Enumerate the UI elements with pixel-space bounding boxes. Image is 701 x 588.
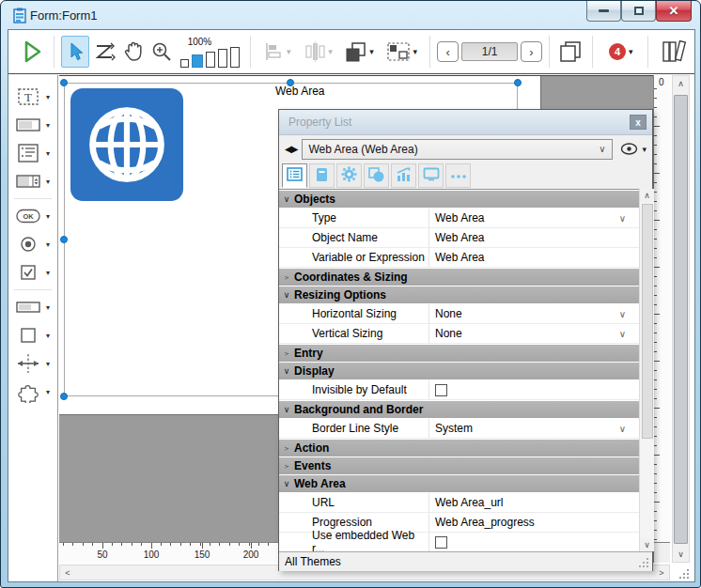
scroll-up-button[interactable]: ∧ (673, 76, 689, 91)
previous-page-button[interactable]: ‹ (437, 41, 459, 62)
selection-handle-bottom-left[interactable] (60, 393, 68, 400)
property-tab-screen[interactable] (418, 163, 444, 188)
property-tab-chart[interactable] (391, 163, 416, 188)
property-list-scrollbar[interactable]: ∧ ∨ (639, 189, 654, 551)
property-value[interactable]: Web Area (429, 251, 484, 264)
chevron-down-icon[interactable]: ∨ (619, 329, 626, 339)
eye-icon[interactable] (620, 143, 638, 155)
zoom-bar-4[interactable] (218, 49, 227, 68)
zoom-level-control[interactable]: 100% (180, 37, 240, 68)
dropdown-arrow-icon[interactable]: ▾ (46, 269, 50, 277)
property-list-titlebar[interactable]: Property List x (279, 110, 652, 135)
eye-dropdown-arrow-icon[interactable]: ▾ (642, 145, 646, 154)
hand-tool-button[interactable] (118, 36, 148, 68)
chevron-down-icon[interactable]: ∨ (619, 213, 626, 224)
scroll-down-button[interactable]: ∨ (673, 547, 689, 562)
panel-resize-grip[interactable] (638, 557, 649, 568)
section-header-web-area[interactable]: ∨Web Area (279, 475, 639, 492)
property-tab-gear[interactable] (336, 163, 362, 188)
scroll-up-button[interactable]: ∧ (640, 189, 654, 202)
zoom-bars[interactable] (180, 47, 240, 68)
property-tab-list[interactable] (282, 163, 307, 188)
zoom-bar-2-active[interactable] (192, 54, 203, 68)
vertical-scrollbar[interactable]: ∧ ∨ (672, 75, 690, 563)
distribute-menu-button[interactable]: ▾ (297, 36, 338, 68)
object-selector-dropdown[interactable]: Web Area (Web Area) ∨ (302, 139, 613, 160)
next-page-button[interactable]: › (521, 41, 542, 62)
dropdown-arrow-icon[interactable]: ▾ (46, 212, 50, 221)
scroll-left-button[interactable]: < (60, 565, 75, 580)
stepper-tool-button[interactable]: ▾ (8, 167, 57, 195)
property-tab-shapes[interactable] (364, 163, 389, 188)
pointer-tool-button[interactable] (61, 36, 90, 68)
button-tool-button[interactable]: OK▾ (8, 202, 57, 230)
form-pages-button[interactable] (556, 36, 585, 68)
selection-handle-top-middle[interactable] (287, 79, 294, 86)
property-list-close-button[interactable]: x (630, 115, 646, 130)
group-box-tool-button[interactable]: ▾ (8, 293, 57, 321)
section-header-resizing-options[interactable]: ∨Resizing Options (279, 286, 639, 303)
text-tool-button[interactable]: T▾ (8, 83, 57, 111)
align-menu-button[interactable]: ▾ (257, 36, 297, 68)
close-button[interactable]: ✕ (656, 1, 692, 22)
selection-handle-top-left[interactable] (60, 79, 68, 86)
scroll-down-button[interactable]: ∨ (640, 538, 654, 551)
property-value[interactable]: Web Area (429, 211, 484, 224)
scroll-right-button[interactable]: > (654, 565, 669, 580)
execute-form-button[interactable] (18, 36, 47, 68)
vertical-scrollbar-thumb[interactable] (674, 95, 688, 544)
dropdown-arrow-icon[interactable]: ▾ (46, 360, 50, 368)
splitter-tool-button[interactable]: ▾ (8, 349, 57, 378)
library-button[interactable] (655, 36, 694, 68)
property-value[interactable]: Web Area_url (429, 496, 504, 509)
section-header-entry[interactable]: ＞Entry (279, 345, 639, 362)
property-value[interactable]: None (429, 307, 462, 320)
dropdown-arrow-icon[interactable]: ▾ (46, 303, 50, 312)
dropdown-arrow-icon[interactable]: ▾ (46, 388, 50, 396)
property-value[interactable]: Web Area_progress (429, 516, 535, 529)
chevron-down-icon[interactable]: ∨ (619, 309, 626, 319)
dropdown-arrow-icon[interactable]: ▾ (46, 121, 50, 130)
dropdown-arrow-icon[interactable]: ▾ (46, 149, 50, 158)
chevron-down-icon[interactable]: ∨ (619, 424, 626, 434)
dropdown-arrow-icon[interactable]: ▾ (46, 93, 50, 101)
zoom-tool-button[interactable] (148, 36, 177, 68)
checkbox-use-embedded-web-r[interactable] (435, 536, 447, 549)
property-value[interactable]: System (429, 422, 473, 435)
selection-handle-middle-left[interactable] (60, 236, 68, 243)
section-header-coordinates-sizing[interactable]: ＞Coordinates & Sizing (279, 269, 639, 286)
selection-handle-top-right[interactable] (514, 79, 522, 86)
property-tab-form[interactable] (309, 163, 335, 188)
database-events-menu-button[interactable]: 4 ▾ (600, 36, 641, 68)
list-box-tool-button[interactable]: ▾ (8, 139, 57, 167)
zoom-bar-1[interactable] (180, 59, 189, 68)
rectangle-tool-button[interactable]: ▾ (8, 321, 57, 349)
maximize-button[interactable] (621, 1, 656, 22)
property-list-scrollbar-thumb[interactable] (642, 204, 653, 439)
section-header-events[interactable]: ＞Events (279, 457, 639, 474)
title-bar[interactable]: Form:Form1 ✕ (1, 1, 700, 29)
radio-button-tool-button[interactable]: ▾ (8, 230, 57, 258)
zoom-bar-5[interactable] (230, 47, 240, 68)
dropdown-arrow-icon[interactable]: ▾ (46, 178, 50, 186)
object-prev-next-arrows[interactable]: ◀▶ (285, 144, 297, 154)
property-tab-more[interactable] (445, 163, 471, 188)
property-value[interactable]: None (429, 327, 462, 340)
plugin-tool-button[interactable]: ▾ (8, 378, 57, 406)
position-menu-button[interactable]: ▾ (380, 36, 423, 68)
input-tool-button[interactable]: ▾ (8, 111, 57, 139)
zoom-bar-3[interactable] (206, 52, 215, 68)
property-value[interactable]: Web Area (429, 231, 484, 244)
dropdown-arrow-icon[interactable]: ▾ (46, 240, 50, 249)
polyline-tool-button[interactable] (89, 36, 118, 68)
layer-menu-button[interactable]: ▾ (338, 36, 380, 68)
dropdown-arrow-icon[interactable]: ▾ (46, 332, 50, 340)
window-resize-grip[interactable] (674, 565, 691, 580)
section-header-background-and-border[interactable]: ∨Background and Border (279, 401, 639, 418)
section-header-action[interactable]: ＞Action (279, 440, 639, 456)
checkbox-invisible-by-default[interactable] (435, 384, 447, 396)
checkbox-tool-button[interactable]: ▾ (8, 258, 57, 286)
section-header-objects[interactable]: ∨Objects (279, 191, 639, 208)
section-header-display[interactable]: ∨Display (279, 363, 639, 379)
minimize-button[interactable] (586, 1, 621, 22)
